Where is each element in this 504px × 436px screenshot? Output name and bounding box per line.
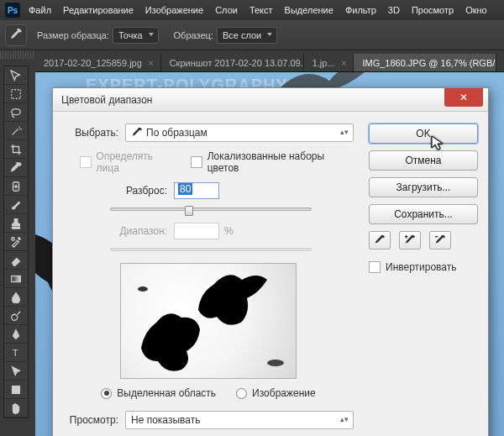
cancel-button[interactable]: Отмена <box>369 150 478 171</box>
select-method-dropdown[interactable]: По образцам ▴▾ <box>125 123 354 142</box>
menu-3d[interactable]: 3D <box>388 5 400 15</box>
doc-tab[interactable]: 1.jp...× <box>304 54 354 71</box>
close-icon[interactable]: × <box>342 59 347 68</box>
range-unit: % <box>224 225 234 237</box>
doc-tab[interactable]: 2017-02-20_125859.jpg× <box>35 54 161 71</box>
eyedropper-minus-icon <box>434 234 446 246</box>
eyedropper-plus-icon <box>404 234 416 246</box>
detect-faces-checkbox <box>80 156 92 168</box>
localized-colors-checkbox[interactable] <box>191 156 202 168</box>
eyedropper-icon <box>9 29 23 42</box>
fuzziness-input[interactable]: 80 <box>174 182 219 199</box>
tool-marquee[interactable] <box>4 85 28 103</box>
tool-eraser[interactable] <box>4 251 28 270</box>
tool-history-brush[interactable] <box>4 233 28 251</box>
svg-point-9 <box>267 360 284 366</box>
tool-blur[interactable] <box>4 288 28 307</box>
svg-point-1 <box>12 108 21 114</box>
menu-image[interactable]: Изображение <box>145 5 203 15</box>
doc-tab-active[interactable]: IMG_1860.JPG @ 16,7% (RGB/8) *× <box>354 54 496 71</box>
sample-layer-label: Образец: <box>174 30 213 40</box>
sample-size-label: Размер образца: <box>37 30 109 40</box>
detect-faces-label: Определять лица <box>97 150 176 174</box>
tool-move[interactable] <box>4 66 28 85</box>
sample-layer-select[interactable]: Все слои <box>217 27 277 44</box>
tool-heal[interactable] <box>4 177 28 196</box>
preview-mode-dropdown[interactable]: Не показывать ▴▾ <box>125 411 354 429</box>
svg-rect-0 <box>12 89 21 98</box>
load-button[interactable]: Загрузить... <box>369 177 478 197</box>
tool-hand[interactable] <box>4 399 28 418</box>
color-range-dialog: Цветовой диапазон ✕ Выбрать: По образцам… <box>52 87 489 436</box>
svg-rect-4 <box>12 276 21 281</box>
dialog-title: Цветовой диапазон <box>61 94 152 106</box>
tool-brush[interactable] <box>4 196 28 214</box>
radio-dot-icon <box>101 388 112 399</box>
radio-dot-icon <box>236 388 247 399</box>
eyedropper-add-button[interactable] <box>399 231 421 250</box>
dialog-close-button[interactable]: ✕ <box>444 88 483 107</box>
tool-gradient[interactable] <box>4 270 28 288</box>
menu-window[interactable]: Окно <box>465 5 487 15</box>
menu-text[interactable]: Текст <box>249 5 273 15</box>
invert-checkbox[interactable] <box>369 261 381 273</box>
radio-selection[interactable]: Выделенная область <box>101 387 216 399</box>
localized-colors-label: Локализованные наборы цветов <box>207 150 354 174</box>
tool-wand[interactable] <box>4 122 28 140</box>
ps-logo: Ps <box>5 3 20 18</box>
preview-mode-label: Просмотр: <box>63 414 118 426</box>
menu-select[interactable]: Выделение <box>285 5 333 15</box>
close-icon[interactable]: × <box>149 59 154 68</box>
range-label: Диапазон: <box>63 225 167 237</box>
save-button[interactable]: Сохранить... <box>369 204 478 224</box>
svg-point-5 <box>12 314 18 320</box>
ok-button[interactable]: OK <box>369 123 478 144</box>
svg-text:T: T <box>13 348 18 358</box>
eyedropper-icon <box>374 234 386 246</box>
fuzziness-label: Разброс: <box>63 185 167 197</box>
selection-preview[interactable] <box>120 263 297 379</box>
tool-lasso[interactable] <box>4 103 28 122</box>
doc-tab[interactable]: Скриншот 2017-02-20 13.07.09.png× <box>161 54 304 71</box>
svg-point-3 <box>12 237 15 240</box>
fuzziness-slider[interactable] <box>110 207 312 211</box>
select-label: Выбрать: <box>63 127 118 139</box>
range-input <box>174 223 219 239</box>
tool-dodge[interactable] <box>4 307 28 325</box>
toolbox: T <box>3 66 29 418</box>
tool-stamp[interactable] <box>4 214 28 233</box>
eyedropper-icon <box>131 127 143 139</box>
menu-layer[interactable]: Слои <box>215 5 238 15</box>
radio-image[interactable]: Изображение <box>236 387 316 399</box>
sample-size-select[interactable]: Точка <box>113 27 159 44</box>
menu-edit[interactable]: Редактирование <box>63 5 134 15</box>
range-slider <box>110 248 312 251</box>
menu-file[interactable]: Файл <box>29 5 51 15</box>
slider-thumb[interactable] <box>185 206 193 216</box>
svg-point-8 <box>138 286 148 292</box>
menu-view[interactable]: Просмотр <box>412 5 454 15</box>
invert-label: Инвертировать <box>386 261 457 273</box>
dialog-titlebar[interactable]: Цветовой диапазон ✕ <box>53 88 488 112</box>
eyedropper-subtract-button[interactable] <box>429 231 451 250</box>
current-tool-swatch[interactable] <box>5 24 27 46</box>
tool-eyedropper[interactable] <box>4 159 28 177</box>
tool-path-select[interactable] <box>4 362 28 381</box>
menu-filter[interactable]: Фильтр <box>345 5 376 15</box>
tool-type[interactable]: T <box>4 344 28 362</box>
tool-pen[interactable] <box>4 325 28 344</box>
svg-rect-7 <box>13 386 20 393</box>
tool-crop[interactable] <box>4 140 28 159</box>
tool-shape[interactable] <box>4 381 28 399</box>
eyedropper-sample-button[interactable] <box>369 231 391 250</box>
